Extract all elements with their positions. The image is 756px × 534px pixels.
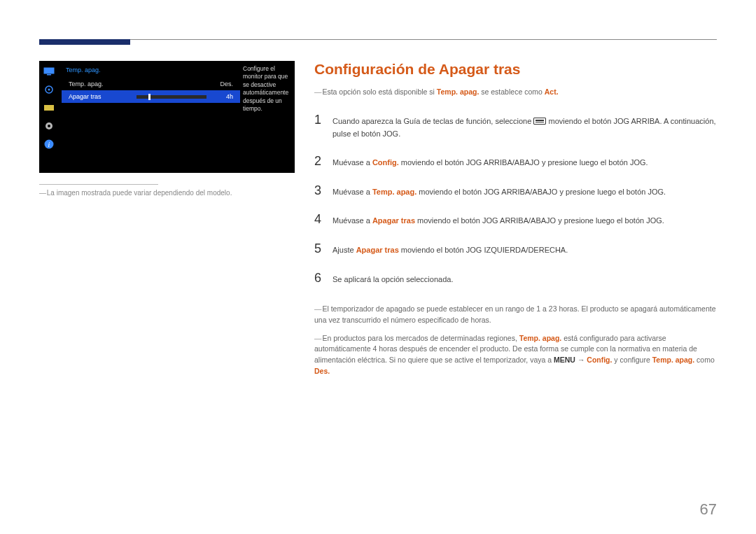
footnote-2: En productos para los mercados de determ… bbox=[314, 333, 717, 377]
step-5: 5 Ajuste Apagar tras moviendo el botón J… bbox=[314, 234, 717, 264]
menu-icon bbox=[533, 118, 546, 125]
target-icon bbox=[43, 83, 55, 96]
osd-row-temp-apag: Temp. apag. Des. bbox=[62, 78, 240, 90]
page-title: Configuración de Apagar tras bbox=[314, 61, 717, 78]
page-number: 67 bbox=[700, 500, 717, 519]
osd-row-label: Apagar tras bbox=[69, 93, 102, 100]
svg-text:i: i bbox=[48, 141, 50, 148]
osd-row-value: 4h bbox=[214, 93, 233, 100]
osd-screenshot: i Temp. apag. Temp. apag. Des. Apagar tr… bbox=[39, 61, 295, 173]
osd-row-apagar-tras: Apagar tras 4h bbox=[62, 90, 240, 103]
gear-icon bbox=[43, 120, 55, 132]
osd-slider bbox=[136, 95, 206, 99]
step-4: 4 Muévase a Apagar tras moviendo el botó… bbox=[314, 205, 717, 234]
step-6: 6 Se aplicará la opción seleccionada. bbox=[314, 264, 717, 293]
osd-menu-title: Temp. apag. bbox=[62, 65, 240, 78]
osd-row-label: Temp. apag. bbox=[69, 80, 104, 87]
svg-rect-4 bbox=[44, 105, 54, 111]
step-2: 2 Muévase a Config. moviendo el botón JO… bbox=[314, 147, 717, 176]
instruction-steps: 1 Cuando aparezca la Guía de teclas de f… bbox=[314, 106, 717, 293]
osd-description-panel: Configure el monitor para que se desacti… bbox=[240, 61, 295, 173]
step-3: 3 Muévase a Temp. apag. moviendo el botó… bbox=[314, 176, 717, 206]
info-icon: i bbox=[43, 138, 55, 150]
svg-point-3 bbox=[48, 89, 50, 91]
footnotes: El temporizador de apagado se puede esta… bbox=[314, 304, 717, 377]
osd-sidebar-icons: i bbox=[39, 61, 59, 173]
arrow-icon: → bbox=[578, 356, 585, 364]
svg-point-6 bbox=[48, 125, 50, 127]
rectangle-icon bbox=[43, 101, 55, 114]
footnote-1: El temporizador de apagado se puede esta… bbox=[314, 304, 717, 326]
svg-rect-0 bbox=[44, 68, 54, 73]
step-1: 1 Cuando aparezca la Guía de teclas de f… bbox=[314, 106, 717, 147]
monitor-icon bbox=[43, 65, 55, 78]
osd-row-value: Des. bbox=[214, 80, 233, 87]
svg-rect-1 bbox=[47, 74, 51, 76]
osd-menu-panel: Temp. apag. Temp. apag. Des. Apagar tras… bbox=[59, 61, 240, 173]
figure-caption: La imagen mostrada puede variar dependie… bbox=[39, 189, 295, 197]
availability-note: Esta opción solo está disponible si Temp… bbox=[314, 87, 717, 96]
